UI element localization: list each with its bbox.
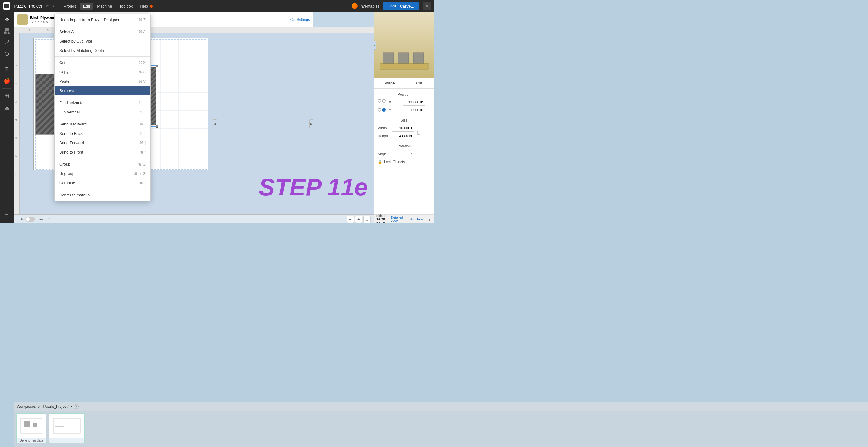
menu-select-matching-depth[interactable]: Select by Matching Depth	[55, 46, 150, 55]
tool-3dbox[interactable]	[2, 211, 12, 221]
detailed-view-button[interactable]: Detailed view	[389, 215, 405, 224]
menu-paste[interactable]: Paste ⌘ V	[55, 77, 150, 86]
height-input[interactable]	[392, 133, 414, 139]
menu-bring-forward[interactable]: Bring Forward ⌘ ]	[55, 138, 150, 148]
menu-send-backward[interactable]: Send Backward ⌘ [	[55, 119, 150, 129]
width-input[interactable]	[392, 125, 414, 131]
tool-move[interactable]: ✥	[2, 14, 12, 25]
svg-rect-4	[5, 108, 9, 110]
tool-import[interactable]	[2, 102, 12, 113]
collapse-left-arrow[interactable]: ◀	[213, 119, 217, 128]
title-chevron-icon[interactable]: ▾	[53, 4, 54, 8]
nav-help[interactable]: Help	[137, 3, 155, 10]
y-label: Y	[389, 108, 401, 112]
menu-divider-1	[55, 26, 150, 26]
tab-cut[interactable]: Cut	[404, 79, 434, 88]
menu-divider-2	[55, 56, 150, 57]
unit-toggle[interactable]	[25, 217, 35, 222]
cut-settings-button[interactable]: Cut Settings	[290, 18, 310, 22]
bottom-bar: inch mm 0 − + ⌂	[14, 214, 374, 224]
menu-ungroup[interactable]: Ungroup ⌘ ⇧ G	[55, 169, 150, 178]
y-input[interactable]	[403, 107, 425, 113]
lock-icon: 🔒	[378, 160, 382, 164]
pro-badge: PRO	[388, 4, 398, 8]
material-thumbnail	[18, 14, 28, 25]
tool-shapes[interactable]	[2, 26, 12, 36]
menu-select-all[interactable]: Select All ⌘ A	[55, 27, 150, 36]
nav-project[interactable]: Project	[61, 3, 79, 10]
panel-tabs: Shape Cut	[374, 79, 434, 89]
carve-button[interactable]: PRO Carve...	[383, 2, 419, 10]
material-dims: 12 × 8 × 0.5 in	[30, 20, 55, 24]
svg-point-2	[7, 54, 7, 55]
anchor-ml[interactable]	[378, 108, 381, 112]
nav-edit[interactable]: Edit	[80, 3, 93, 10]
ruler-left: 8 7 6 5 4 3 2 1	[14, 33, 20, 214]
menu-select-cut-type[interactable]: Select by Cut Type	[55, 36, 150, 46]
x-input[interactable]	[403, 99, 425, 106]
tool-image[interactable]: 🍎	[2, 76, 12, 86]
menu-undo-import[interactable]: Undo Import from Puzzle Designer ⌘ Z	[55, 15, 150, 24]
step-overlay: STEP 11e	[258, 175, 368, 199]
anchor-tl[interactable]	[378, 99, 381, 102]
svg-rect-3	[5, 95, 9, 98]
anchor-mr[interactable]	[382, 108, 386, 112]
tab-shape[interactable]: Shape	[374, 79, 404, 88]
tool-pen[interactable]	[2, 37, 12, 48]
collapse-right-arrow[interactable]: ▶	[309, 119, 313, 128]
app-logo	[3, 2, 10, 10]
height-input-row: Height	[378, 133, 414, 139]
zoom-fit-button[interactable]: ⌂	[364, 216, 371, 223]
preview-3d: ▶	[374, 12, 434, 79]
menu-bring-to-front[interactable]: Bring to Front ⌘ '	[55, 148, 150, 157]
angle-input[interactable]	[392, 151, 414, 157]
panel-collapse-arrow[interactable]: ▶	[374, 41, 376, 50]
menu-cut[interactable]: Cut ⌘ X	[55, 58, 150, 67]
position-section: X Y	[378, 99, 430, 116]
favorite-star-icon[interactable]: ☆	[45, 4, 49, 8]
zoom-out-button[interactable]: −	[347, 216, 354, 223]
menu-flip-vertical[interactable]: Flip Vertical ⇧ ↓	[55, 108, 150, 117]
context-menu: Undo Import from Puzzle Designer ⌘ Z Sel…	[54, 13, 151, 201]
x-label: X	[389, 100, 401, 105]
menu-send-to-back[interactable]: Send to Back ⌘ ;	[55, 129, 150, 138]
svg-rect-24	[383, 53, 394, 63]
nav-machine[interactable]: Machine	[94, 3, 115, 10]
menu-flip-horizontal[interactable]: Flip Horizontal ⇧ ←	[55, 98, 150, 108]
xy-inputs: X Y	[389, 99, 425, 116]
menu-divider-5	[55, 158, 150, 158]
simulate-more-button[interactable]: ⋮	[427, 217, 432, 222]
size-section-title: Size	[378, 118, 430, 122]
help-dot-indicator	[150, 5, 153, 7]
tool-circle[interactable]	[2, 49, 12, 59]
svg-text:1: 1	[14, 173, 18, 175]
zoom-controls: − + ⌂	[347, 216, 371, 223]
nav-toolbox[interactable]: Toolbox	[116, 3, 135, 10]
svg-text:6: 6	[14, 83, 18, 85]
svg-text:9: 9	[47, 29, 49, 32]
sidebar-divider-2	[2, 88, 11, 89]
toggle-knob	[26, 217, 30, 221]
simulate-bar: ghing: 16-20 hours Detailed view Simulat…	[374, 214, 434, 224]
menu-copy[interactable]: Copy ⌘ C	[55, 67, 150, 77]
lock-ratio-icon[interactable]: ⇅	[416, 130, 421, 137]
menu-center-to-material[interactable]: Center to material	[55, 190, 150, 200]
tool-extrude[interactable]	[2, 91, 12, 101]
tool-text[interactable]: T	[2, 64, 12, 74]
zoom-in-button[interactable]: +	[355, 216, 362, 223]
menu-group[interactable]: Group ⌘ G	[55, 159, 150, 169]
simulate-button[interactable]: Simulate	[408, 217, 424, 222]
handle-tr[interactable]	[156, 64, 158, 67]
app-title: Puzzle_Project	[14, 4, 42, 8]
ruler-zero: 0	[49, 217, 50, 221]
anchor-tr[interactable]	[382, 99, 386, 102]
svg-text:2: 2	[14, 155, 18, 157]
menu-combine[interactable]: Combine ⌘ J	[55, 178, 150, 188]
svg-text:8: 8	[14, 47, 18, 48]
size-section: Width Height ⇅	[378, 125, 430, 142]
close-button[interactable]: ✕	[423, 2, 431, 10]
3d-svg	[377, 36, 431, 72]
height-label: Height	[378, 134, 390, 138]
handle-br[interactable]	[156, 125, 158, 127]
menu-remove[interactable]: Remove	[55, 86, 150, 95]
